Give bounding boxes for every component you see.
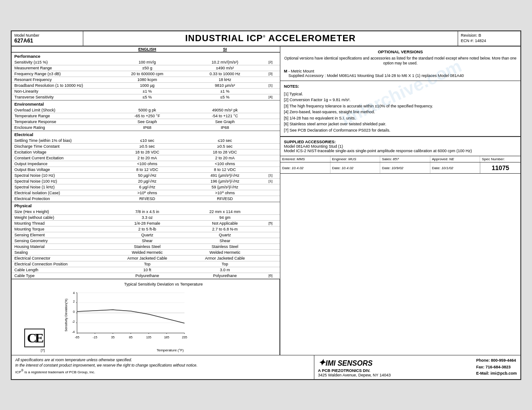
table-row: Sensing ElementQuartzQuartz: [12, 232, 280, 238]
date1-val: 10.4.02: [292, 166, 304, 170]
pcb-div: A PCB PIEZOTRONICS DIV.: [318, 368, 390, 373]
note-7: [7] See PCB Declaration of Conformance P…: [284, 128, 517, 134]
optional-versions-section: OPTIONAL VERSIONS Optional versions have…: [280, 47, 520, 81]
svg-text:4: 4: [73, 291, 75, 295]
table-row: Frequency Range (±3 dB)20 to 600000 cpm0…: [12, 71, 280, 77]
signature-row-2: Date: 10.4.02 Date: 10.4.02 Date: 10/9/0…: [280, 162, 520, 174]
table-row: Constant Current Excitation2 to 20 mA2 t…: [12, 155, 280, 161]
chart-area: Typical Sensitivity Deviation vs Tempera…: [47, 279, 280, 355]
spec-number-area: Spec Number:: [480, 156, 520, 162]
note-3: [3] The high frequency tolerance is accu…: [284, 103, 517, 110]
model-number: 627A61: [14, 38, 80, 44]
ce-area: CE [7]: [12, 279, 47, 355]
table-row: Non-Linearity±1 %±1 %: [12, 89, 280, 94]
accessory-1: Model 081A40 Mounting Stud (1): [284, 144, 517, 149]
ce-ref: [7]: [41, 348, 45, 352]
table-row: SealingWelded HermeticWelded Hermetic: [12, 250, 280, 256]
svg-text:85: 85: [129, 336, 133, 339]
table-row: Housing MaterialStainless SteelStainless…: [12, 244, 280, 250]
column-headers: ENGLISH SI: [12, 47, 280, 52]
title-text: INDUSTRIAL ICP® ACCELEROMETER: [185, 33, 356, 43]
supplied-accessories-title: SUPPLIED ACCESSORIES:: [284, 140, 517, 144]
approved-cell: Approved: NE: [430, 156, 481, 162]
footer: All specifications are at room temperatu…: [12, 355, 520, 379]
header-revision: Revision: B ECN #: 14824: [458, 31, 520, 46]
note-1: [1] Typical.: [284, 91, 517, 98]
footer-note-1: All specifications are at room temperatu…: [15, 357, 310, 363]
svg-text:35: 35: [111, 336, 115, 339]
header-model: Model Number 627A61: [12, 31, 83, 46]
svg-text:185: 185: [164, 336, 169, 339]
optional-versions-title: OPTIONAL VERSIONS: [284, 49, 517, 54]
footer-notes: All specifications are at room temperatu…: [12, 355, 314, 379]
engineer-cell: Engineer: MUS: [330, 156, 381, 162]
footer-phone: Phone: 800-959-4464: [476, 357, 517, 363]
svg-text:-15: -15: [93, 336, 97, 339]
footer-logo-area: ✦IMI SENSORS A PCB PIEZOTRONICS DIV. 342…: [314, 355, 520, 379]
option-label: Metric Mount: [291, 69, 314, 73]
date1-cell: Date: 10.4.02: [280, 162, 330, 173]
option-m: M - Metric Mount Supplied Accessory : Mo…: [284, 69, 517, 78]
table-row: Sensitivity (±15 %)100 mV/g10.2 mV/(m/s²…: [12, 60, 280, 65]
option-code: M: [284, 69, 287, 73]
date3-val: 10/9/02: [391, 166, 403, 170]
date2-cell: Date: 10.4.02: [330, 162, 381, 173]
entered-label: Entered:: [282, 157, 296, 161]
accessory-2: Model ICS-2 NIST-traceable single-axis s…: [284, 149, 517, 153]
specs-table: ENGLISH SI Performance Sensitivity (±15 …: [12, 47, 280, 279]
footer-fax: Fax: 716-684-3823: [476, 364, 517, 370]
svg-text:-4: -4: [72, 330, 75, 333]
date3-label: Date:: [382, 166, 390, 170]
table-row: Discharge Time Constant≥0.5 sec≥0.5 sec: [12, 144, 280, 149]
date4-label: Date:: [432, 166, 441, 170]
col-ref: [264, 47, 277, 51]
ecn-label: ECN #: 14824: [461, 38, 518, 43]
col-parameter: [14, 47, 108, 51]
table-row: Output Bias Voltage8 to 12 VDC8 to 12 VD…: [12, 167, 280, 173]
section-performance: Performance: [12, 52, 280, 60]
chart-x-label: Temperature (°F): [64, 348, 277, 352]
entered-cell: Entered: MMS: [280, 156, 330, 162]
document-page: Model Number 627A61 INDUSTRIAL ICP® ACCE…: [11, 30, 521, 380]
section-electrical: Electrical: [12, 131, 280, 138]
table-row: Overload Limit (Shock)5000 g pk49050 m/s…: [12, 107, 280, 113]
note-2: [2] Conversion Factor 1g = 9.81 m/s².: [284, 97, 517, 103]
chart-title: Typical Sensitivity Deviation vs Tempera…: [50, 282, 277, 286]
signature-row-1: Entered: MMS Engineer: MUS Sales: 857 Ap…: [280, 156, 520, 162]
section-environmental: Environmental: [12, 100, 280, 107]
ce-mark: CE: [24, 329, 45, 347]
svg-text:0: 0: [73, 310, 75, 313]
table-row: Mounting Torque2 to 5 ft-lb2.7 to 6.8 N-…: [12, 226, 280, 232]
imi-logo-text: ✦IMI SENSORS: [318, 357, 390, 368]
date4-cell: Date: 10/1/02: [430, 162, 481, 173]
table-row: Electrical Connection PositionTopTop: [12, 261, 280, 267]
svg-text:-65: -65: [75, 336, 79, 339]
header: Model Number 627A61 INDUSTRIAL ICP® ACCE…: [12, 31, 520, 47]
col-english: ENGLISH: [108, 47, 186, 51]
section-physical: Physical: [12, 202, 280, 209]
date1-label: Date:: [282, 166, 291, 170]
approved-val: NE: [449, 157, 454, 161]
note-6: [6] Stainless steel armor jacket over tw…: [284, 121, 517, 128]
table-row: Transverse Sensitivity≤5 %≤5 %[4]: [12, 94, 280, 100]
right-panel: imiarchive.com OPTIONAL VERSIONS Optiona…: [280, 47, 520, 355]
sensitivity-chart: 4 2 0 -2 -4 -65: [64, 288, 189, 346]
table-row: Output Impedance<100 ohms<100 ohms: [12, 161, 280, 167]
table-row: Excitation Voltage18 to 28 VDC18 to 28 V…: [12, 149, 280, 155]
table-row: Spectral Noise (10 Hz)50 µg/√Hz491 (µm/s…: [12, 173, 280, 179]
sales-val: 857: [393, 157, 399, 161]
table-row: Spectral Noise (100 Hz)20 µg/√Hz196 (µm/…: [12, 179, 280, 184]
date2-label: Date:: [332, 166, 341, 170]
engineer-val: MUS: [348, 157, 356, 161]
svg-text:Sensitivity Deviation(%): Sensitivity Deviation(%): [64, 299, 68, 332]
main-content: ENGLISH SI Performance Sensitivity (±15 …: [12, 47, 520, 355]
notes-section: NOTES: [1] Typical. [2] Conversion Facto…: [280, 81, 520, 137]
sales-label: Sales:: [382, 157, 392, 161]
imi-logo-area: ✦IMI SENSORS A PCB PIEZOTRONICS DIV. 342…: [318, 357, 390, 377]
option-detail: Supplied Accessory : Model M081A61 Mount…: [288, 73, 517, 78]
engineer-label: Engineer:: [332, 157, 348, 161]
table-row: Enclosure RatingIP68IP68: [12, 125, 280, 131]
table-row: Broadband Resolution (1 to 10000 Hz)1000…: [12, 83, 280, 89]
note-5: [5] 1/4-28 has no equivalent in S.I. uni…: [284, 115, 517, 122]
table-row: Electrical ConnectorArmor Jacketed Cable…: [12, 256, 280, 261]
